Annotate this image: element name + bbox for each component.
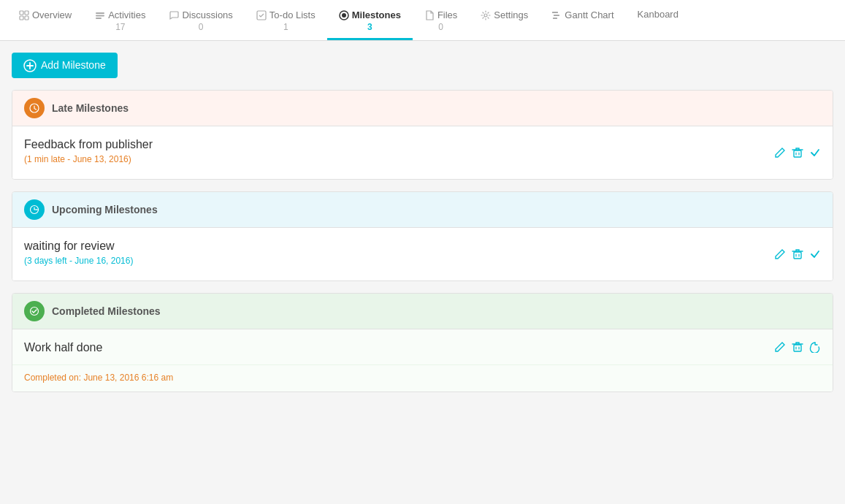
svg-rect-0 [20,11,23,15]
late-milestones-header: Late Milestones [12,91,833,126]
completed-milestones-title: Completed Milestones [52,305,161,317]
tab-discussions-label: Discussions [182,9,232,20]
tab-kanboard[interactable]: Kanboard [626,0,690,40]
svg-point-9 [342,13,346,18]
milestones-icon [339,9,349,20]
overview-icon [19,9,29,20]
tab-activities[interactable]: Activities 17 [83,0,157,40]
completed-reopen-icon[interactable] [809,341,821,353]
upcoming-milestone-actions [774,248,821,260]
completed-milestones-header: Completed Milestones [12,294,833,329]
tab-todo[interactable]: To-do Lists 1 [245,0,327,40]
completed-milestone-actions [774,341,821,353]
upcoming-complete-icon[interactable] [809,248,821,260]
svg-rect-28 [794,345,801,351]
svg-rect-17 [794,150,801,157]
tab-activities-count: 17 [115,22,125,32]
upcoming-delete-icon[interactable] [792,248,803,260]
add-milestone-button[interactable]: Add Milestone [12,53,118,77]
tab-todo-count: 1 [283,22,288,32]
completed-milestone-item: Work half done [12,329,833,364]
svg-rect-6 [96,18,102,19]
svg-rect-12 [554,15,559,16]
discussions-icon [169,9,179,20]
tab-discussions-count: 0 [199,22,204,32]
files-icon [424,9,435,20]
todo-icon [256,9,267,20]
tab-settings[interactable]: Settings [469,0,540,40]
svg-point-27 [31,307,39,315]
upcoming-milestone-subtitle: (3 days left - June 16, 2016) [24,256,821,266]
tab-milestones[interactable]: Milestones 3 [327,0,413,40]
activities-icon [95,9,105,20]
settings-icon [481,9,491,20]
late-edit-icon[interactable] [774,147,786,159]
completed-edit-icon[interactable] [774,341,786,353]
tab-overview[interactable]: Overview [7,0,83,40]
late-milestones-section: Late Milestones Feedback from publisher … [12,90,833,180]
nav-tabs: Overview Activities 17 Discussions 0 To-… [0,0,845,41]
late-milestones-title: Late Milestones [52,102,129,114]
add-milestone-label: Add Milestone [41,59,106,71]
upcoming-milestones-header: Upcoming Milestones [12,192,833,228]
svg-rect-11 [552,12,558,13]
svg-rect-13 [553,18,557,19]
upcoming-milestone-item: waiting for review (3 days left - June 1… [12,228,833,280]
svg-rect-1 [25,11,28,15]
completed-delete-icon[interactable] [792,341,803,353]
late-milestone-subtitle: (1 min late - June 13, 2016) [24,154,821,164]
late-milestone-item: Feedback from publisher (1 min late - Ju… [12,126,833,179]
late-complete-icon[interactable] [809,147,821,159]
completed-milestone-title: Work half done [24,341,821,354]
upcoming-edit-icon[interactable] [774,248,786,260]
main-content: Add Milestone Late Milestones Feedback f… [0,41,845,415]
tab-milestones-label: Milestones [352,9,401,20]
svg-point-10 [484,14,487,17]
tab-gantt-label: Gantt Chart [565,9,613,20]
tab-discussions[interactable]: Discussions 0 [157,0,244,40]
upcoming-milestone-title: waiting for review [24,240,821,253]
svg-rect-2 [20,16,23,20]
completed-date: Completed on: June 13, 2016 6:16 am [24,373,173,383]
upcoming-icon [24,199,45,220]
tab-kanboard-label: Kanboard [638,9,678,20]
upcoming-milestones-section: Upcoming Milestones waiting for review (… [12,191,833,281]
tab-todo-label: To-do Lists [269,9,316,20]
completed-icon [24,301,45,321]
tab-settings-label: Settings [494,9,528,20]
late-icon [24,98,45,118]
svg-rect-4 [96,12,104,14]
gantt-icon [551,9,562,20]
svg-rect-3 [25,16,28,20]
plus-icon [23,58,37,72]
tab-gantt[interactable]: Gantt Chart [540,0,625,40]
completed-milestones-section: Completed Milestones Work half done Comp… [12,293,833,392]
tab-milestones-count: 3 [367,22,372,32]
completed-footer: Completed on: June 13, 2016 6:16 am [12,364,833,392]
tab-files-count: 0 [438,22,443,32]
svg-rect-5 [96,15,104,17]
tab-files[interactable]: Files 0 [413,0,469,40]
tab-overview-label: Overview [32,9,72,20]
svg-rect-7 [257,11,266,20]
upcoming-milestones-title: Upcoming Milestones [52,204,158,215]
late-milestone-actions [774,147,821,159]
tab-files-label: Files [437,9,457,20]
tab-activities-label: Activities [108,9,145,20]
svg-rect-23 [794,252,801,259]
late-milestone-title: Feedback from publisher [24,138,821,151]
late-delete-icon[interactable] [792,147,803,159]
